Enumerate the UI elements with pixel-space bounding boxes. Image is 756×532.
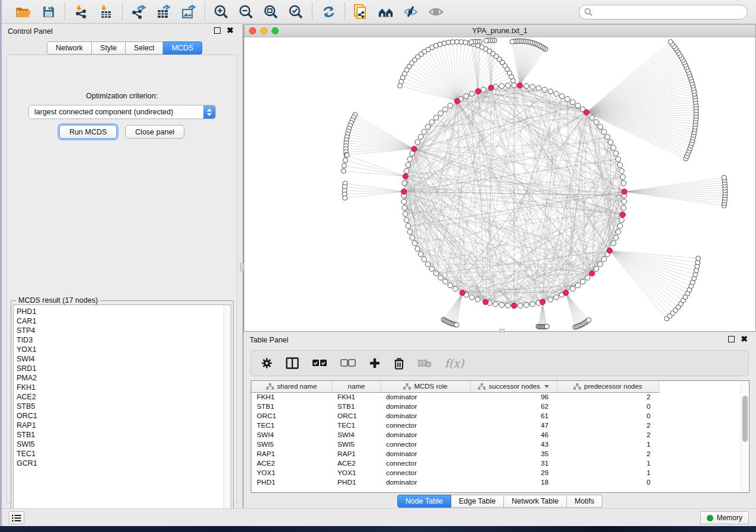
table-cell[interactable]: dominator <box>381 411 470 421</box>
tab-select[interactable]: Select <box>126 41 164 55</box>
network-node[interactable] <box>589 115 595 120</box>
column-header-shared-name[interactable]: shared name <box>251 381 332 392</box>
network-node[interactable] <box>343 158 347 163</box>
network-node[interactable] <box>615 156 621 162</box>
table-cell[interactable]: ACE2 <box>251 459 332 468</box>
network-node[interactable] <box>403 211 408 217</box>
network-node[interactable] <box>585 275 591 280</box>
table-row[interactable]: SWI4SWI4dominator462 <box>251 430 659 440</box>
network-node[interactable] <box>402 206 407 211</box>
table-cell[interactable]: 29 <box>470 468 557 477</box>
network-node[interactable] <box>404 217 409 223</box>
network-node[interactable] <box>410 235 415 241</box>
export-table-icon[interactable] <box>155 4 172 20</box>
network-node[interactable] <box>402 181 407 186</box>
table-cell[interactable]: RAP1 <box>251 449 332 459</box>
network-node[interactable] <box>608 140 614 145</box>
table-cell[interactable]: connector <box>381 459 470 468</box>
column-header-name[interactable]: name <box>332 381 381 392</box>
network-node[interactable] <box>621 189 627 194</box>
mcds-result-item[interactable]: STB5 <box>17 402 231 411</box>
network-window-titlebar[interactable]: YPA_prune.txt_1 <box>244 25 755 37</box>
network-node[interactable] <box>611 145 616 150</box>
network-node[interactable] <box>483 299 488 305</box>
import-table-icon[interactable] <box>98 4 114 20</box>
table-cell[interactable]: ORC1 <box>332 411 381 421</box>
network-node[interactable] <box>505 303 511 308</box>
mcds-result-item[interactable]: CAR1 <box>17 316 231 326</box>
network-node[interactable] <box>446 40 451 45</box>
network-node[interactable] <box>418 252 423 257</box>
network-node[interactable] <box>594 120 599 125</box>
table-cell[interactable]: 1 <box>557 459 659 468</box>
function-builder-icon[interactable]: f(x) <box>445 357 464 370</box>
table-cell[interactable]: SWI5 <box>332 440 381 449</box>
network-node[interactable] <box>589 271 595 276</box>
network-node[interactable] <box>404 168 409 174</box>
network-node[interactable] <box>614 235 619 241</box>
network-node[interactable] <box>422 129 427 134</box>
table-cell[interactable]: YOX1 <box>332 468 381 477</box>
table-cell[interactable]: 1 <box>557 440 659 449</box>
table-cell[interactable]: 2 <box>557 392 659 402</box>
close-panel-icon[interactable]: ✖ <box>227 27 234 34</box>
mcds-result-item[interactable]: STP4 <box>17 326 231 335</box>
network-node[interactable] <box>512 83 517 88</box>
network-node[interactable] <box>620 175 626 180</box>
network-node[interactable] <box>425 124 430 130</box>
network-node[interactable] <box>406 162 411 168</box>
log-console-button[interactable] <box>9 511 24 524</box>
mcds-result-item[interactable]: TEC1 <box>17 449 231 459</box>
network-node[interactable] <box>438 275 444 280</box>
network-node[interactable] <box>401 189 407 194</box>
network-node[interactable] <box>418 134 423 140</box>
network-node[interactable] <box>619 217 624 223</box>
network-node[interactable] <box>511 303 516 308</box>
network-node[interactable] <box>407 229 413 235</box>
table-cell[interactable]: dominator <box>381 430 470 440</box>
network-node[interactable] <box>617 223 623 229</box>
table-cell[interactable]: ORC1 <box>251 411 332 421</box>
mcds-result-item[interactable]: RAP1 <box>17 421 231 430</box>
network-node[interactable] <box>544 324 549 329</box>
zoom-in-icon[interactable] <box>213 4 229 20</box>
network-node[interactable] <box>598 124 603 130</box>
table-cell[interactable]: 62 <box>470 402 557 411</box>
table-row[interactable]: ORC1ORC1dominator610 <box>251 411 659 421</box>
network-node[interactable] <box>433 271 439 276</box>
network-node[interactable] <box>343 196 347 200</box>
table-cell[interactable]: dominator <box>381 449 470 459</box>
network-node[interactable] <box>542 87 547 92</box>
network-node[interactable] <box>455 98 460 104</box>
network-node[interactable] <box>499 303 505 308</box>
add-column-icon[interactable] <box>369 357 381 369</box>
network-node[interactable] <box>429 267 435 272</box>
network-node[interactable] <box>607 248 613 253</box>
table-cell[interactable]: FKH1 <box>251 392 332 402</box>
table-row[interactable]: ACE2ACE2connector311 <box>251 459 659 468</box>
table-cell[interactable]: SWI4 <box>251 430 332 440</box>
network-node[interactable] <box>453 286 458 291</box>
run-mcds-button[interactable]: Run MCDS <box>59 125 117 139</box>
network-node[interactable] <box>615 229 621 235</box>
network-node[interactable] <box>601 257 607 262</box>
network-node[interactable] <box>565 97 570 102</box>
network-node[interactable] <box>469 40 474 44</box>
network-node[interactable] <box>484 39 489 43</box>
network-node[interactable] <box>412 241 417 246</box>
network-node[interactable] <box>406 223 411 229</box>
table-cell[interactable]: 2 <box>557 449 659 459</box>
network-node[interactable] <box>586 318 591 322</box>
network-node[interactable] <box>438 111 444 116</box>
new-network-from-selection-icon[interactable] <box>353 4 369 20</box>
network-node[interactable] <box>401 199 407 204</box>
table-cell[interactable]: ACE2 <box>332 459 381 468</box>
table-cell[interactable]: 47 <box>470 421 557 430</box>
mcds-result-item[interactable]: PMA2 <box>17 373 231 383</box>
network-node[interactable] <box>570 286 576 291</box>
table-row[interactable]: STB1STB1dominator620 <box>251 402 659 411</box>
network-node[interactable] <box>570 100 576 105</box>
network-node[interactable] <box>575 283 580 288</box>
mcds-result-item[interactable]: TID3 <box>17 335 231 345</box>
table-row[interactable]: TEC1TEC1connector472 <box>251 421 659 430</box>
